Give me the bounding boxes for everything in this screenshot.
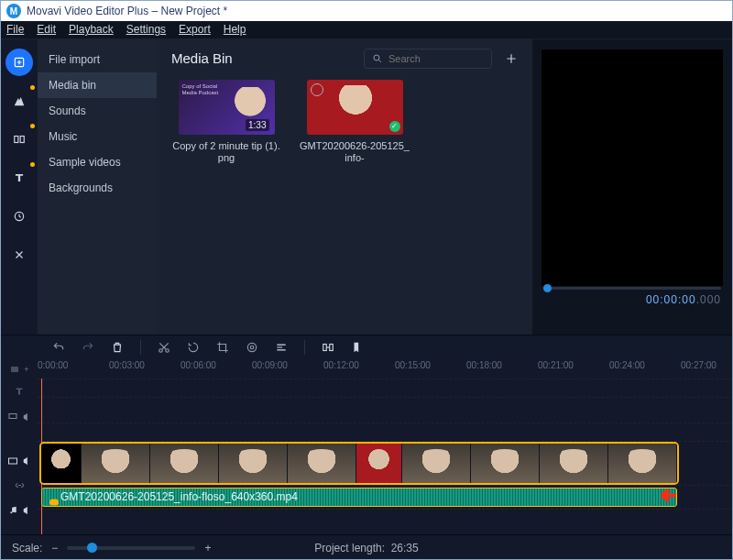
tool-import-icon[interactable] xyxy=(5,49,33,76)
tool-more-icon[interactable] xyxy=(5,241,33,269)
side-item-backgrounds[interactable]: Backgrounds xyxy=(38,175,157,201)
svg-point-4 xyxy=(374,55,379,60)
media-thumbnail[interactable]: ✓ xyxy=(307,80,403,135)
search-box[interactable] xyxy=(364,49,492,69)
svg-rect-11 xyxy=(9,413,16,418)
project-length: Project length: 26:35 xyxy=(0,542,733,555)
svg-point-7 xyxy=(247,344,256,352)
video-clip[interactable]: GMT20200626-205125_info-floso_640x360.mp… xyxy=(41,444,677,483)
add-track-icon[interactable]: + xyxy=(1,360,38,379)
svg-point-8 xyxy=(250,346,254,350)
svg-rect-1 xyxy=(15,136,18,142)
menu-file[interactable]: File xyxy=(6,23,24,36)
side-item-sounds[interactable]: Sounds xyxy=(38,98,157,124)
track-overlay-icon[interactable] xyxy=(1,404,38,430)
svg-point-6 xyxy=(166,349,170,353)
time-ruler[interactable]: 0:00:00 00:03:00 00:06:00 00:09:00 00:12… xyxy=(38,360,732,379)
marker-icon[interactable] xyxy=(351,341,364,354)
delete-icon[interactable] xyxy=(111,341,124,354)
tool-stickers-icon[interactable] xyxy=(5,203,33,230)
add-icon[interactable] xyxy=(505,52,518,65)
menu-export[interactable]: Export xyxy=(179,23,211,36)
menubar: File Edit Playback Settings Export Help xyxy=(1,21,732,39)
search-icon xyxy=(372,52,383,65)
workspace: File import Media bin Sounds Music Sampl… xyxy=(1,39,732,335)
svg-rect-2 xyxy=(20,136,24,142)
track-audio-icon[interactable] xyxy=(1,498,38,523)
preview-screen[interactable] xyxy=(541,49,724,287)
panel-title: Media Bin xyxy=(171,50,364,66)
track-link-icon[interactable] xyxy=(1,474,38,498)
tool-titles-icon[interactable] xyxy=(5,164,33,192)
menu-help[interactable]: Help xyxy=(224,23,246,36)
side-item-sample-videos[interactable]: Sample videos xyxy=(38,149,157,175)
color-icon[interactable] xyxy=(246,341,258,354)
media-caption: GMT20200626-205125_info- xyxy=(300,140,410,164)
track-titles[interactable] xyxy=(38,379,732,397)
transition-wizard-icon[interactable] xyxy=(322,341,334,354)
side-item-music[interactable]: Music xyxy=(38,124,157,149)
search-input[interactable] xyxy=(388,53,484,64)
track-video-icon[interactable] xyxy=(1,448,38,474)
preview-progress[interactable] xyxy=(543,287,721,290)
clip-properties-icon[interactable] xyxy=(275,341,288,354)
track-spacer xyxy=(38,423,732,441)
tool-transitions-icon[interactable] xyxy=(5,126,33,153)
audio-clip-label: GMT20200626-205125_info-floso_640x360.mp… xyxy=(60,490,298,503)
main-panel: Media Bin 1:33 Copy of 2 minute tip (1).… xyxy=(157,39,532,335)
check-icon: ✓ xyxy=(389,121,400,132)
svg-point-5 xyxy=(159,349,163,353)
timeline-toolbar xyxy=(1,335,732,359)
scale-bar: Scale: − + Project length: 26:35 xyxy=(1,534,732,560)
track-overlay[interactable] xyxy=(38,397,732,423)
menu-settings[interactable]: Settings xyxy=(126,23,166,36)
media-thumbnail[interactable]: 1:33 xyxy=(179,80,275,135)
rotate-icon[interactable] xyxy=(187,341,200,354)
preview-controls: 00:00:00.000 xyxy=(540,287,725,309)
timeline: + 0:00:00 00:03:00 00:06:00 00:09:00 00:… xyxy=(1,360,732,534)
cut-icon[interactable] xyxy=(158,341,170,354)
progress-knob-icon[interactable] xyxy=(543,284,552,292)
svg-rect-9 xyxy=(323,345,327,351)
track-music[interactable] xyxy=(38,509,732,534)
side-panel: File import Media bin Sounds Music Sampl… xyxy=(38,39,157,335)
redo-icon[interactable] xyxy=(82,341,94,354)
track-video[interactable]: GMT20200626-205125_info-floso_640x360.mp… xyxy=(38,441,732,485)
side-item-file-import[interactable]: File import xyxy=(38,47,157,72)
callout-arrow-icon xyxy=(652,488,677,507)
track-audio-linked[interactable]: GMT20200626-205125_info-floso_640x360.mp… xyxy=(38,485,732,509)
app-logo-icon: M xyxy=(6,4,21,18)
preview-panel: 00:00:00.000 xyxy=(532,39,732,335)
undo-icon[interactable] xyxy=(52,341,65,354)
svg-point-13 xyxy=(10,511,12,513)
audio-clip[interactable]: GMT20200626-205125_info-floso_640x360.mp… xyxy=(41,488,677,507)
window-titlebar: M Movavi Video Editor Plus – New Project… xyxy=(1,1,732,21)
crop-icon[interactable] xyxy=(216,341,229,354)
media-item[interactable]: 1:33 Copy of 2 minute tip (1).png xyxy=(171,80,281,164)
svg-point-14 xyxy=(14,511,16,513)
menu-edit[interactable]: Edit xyxy=(37,23,56,36)
track-titles-icon[interactable] xyxy=(1,379,38,404)
side-item-media-bin[interactable]: Media bin xyxy=(38,72,157,98)
preview-timecode: 00:00:00.000 xyxy=(646,292,721,306)
media-item[interactable]: ✓ GMT20200626-205125_info- xyxy=(300,80,410,164)
track-header-column: + xyxy=(1,360,38,534)
tool-filters-icon[interactable] xyxy=(5,87,33,115)
timeline-body[interactable]: 0:00:00 00:03:00 00:06:00 00:09:00 00:12… xyxy=(38,360,732,534)
tool-column xyxy=(1,39,38,335)
media-grid: 1:33 Copy of 2 minute tip (1).png ✓ GMT2… xyxy=(171,80,518,164)
svg-rect-10 xyxy=(330,345,334,351)
svg-rect-12 xyxy=(9,458,17,464)
menu-playback[interactable]: Playback xyxy=(69,23,114,36)
window-title: Movavi Video Editor Plus – New Project * xyxy=(27,5,227,17)
media-caption: Copy of 2 minute tip (1).png xyxy=(171,140,281,164)
